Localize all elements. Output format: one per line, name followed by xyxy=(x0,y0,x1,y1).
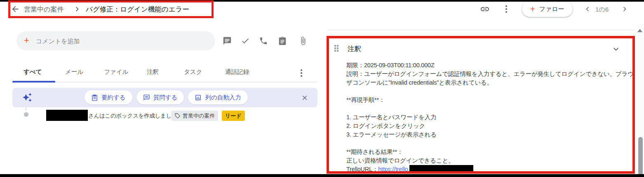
tab-calls[interactable]: 通話記録 xyxy=(225,68,249,76)
redacted-user-name xyxy=(46,110,88,121)
tabs-more-options-icon[interactable] xyxy=(301,69,302,77)
ai-assistant-bar: 要約する 質問する 列の自動入力 xyxy=(12,88,317,107)
notes-content: 期限：2025-09-03T00:11:00.000Z 説明：ユーザーがログイン… xyxy=(346,61,634,174)
scroll-up-arrow-icon[interactable] xyxy=(637,29,642,32)
summarize-label: 要約する xyxy=(101,94,126,101)
activity-text: さんはこのボックスを作成しました xyxy=(88,112,177,120)
autofill-columns-button[interactable]: 列の自動入力 xyxy=(188,90,247,104)
note-repro-heading: **再現手順**： xyxy=(346,96,634,104)
tab-files[interactable]: ファイル xyxy=(104,68,128,76)
note-step-2: 2. ログインボタンをクリック xyxy=(346,122,634,130)
active-tab-indicator xyxy=(12,81,55,83)
plus-icon: + xyxy=(24,36,29,45)
breadcrumb-chevron-icon xyxy=(73,5,82,14)
summarize-button[interactable]: 要約する xyxy=(85,90,132,104)
pager-next-icon[interactable] xyxy=(620,5,629,14)
autofill-columns-icon xyxy=(195,94,202,101)
autofill-columns-label: 列の自動入力 xyxy=(205,94,241,101)
comment-icon[interactable] xyxy=(223,36,232,45)
tab-all[interactable]: すべて xyxy=(24,68,42,76)
comment-input[interactable] xyxy=(35,37,208,45)
close-icon[interactable] xyxy=(301,94,308,101)
plus-icon: + xyxy=(530,5,535,13)
notes-panel-title: 注釈 xyxy=(348,45,361,54)
summarize-icon xyxy=(91,94,98,101)
lead-stage-chip[interactable]: リード xyxy=(222,111,245,121)
note-expected-heading: **期待される結果**： xyxy=(346,148,634,156)
pipeline-tag-chip[interactable]: 営業中の案件 xyxy=(171,111,218,121)
censor-bar-top xyxy=(0,0,644,2)
ask-question-button[interactable]: 質問する xyxy=(136,90,184,104)
ask-question-label: 質問する xyxy=(153,94,178,101)
timeline-dot xyxy=(24,112,28,117)
attachment-icon[interactable] xyxy=(298,36,308,45)
follow-button-label: ファロー xyxy=(539,5,564,13)
back-arrow-icon[interactable] xyxy=(11,5,20,14)
note-expected-body: 正しい資格情報でログインできること。 xyxy=(346,156,634,165)
censor-bar-bottom xyxy=(0,174,644,177)
tab-notes[interactable]: 注釈 xyxy=(147,68,159,76)
tabs-divider xyxy=(12,82,317,83)
clipboard-icon[interactable] xyxy=(278,36,287,45)
more-options-icon[interactable] xyxy=(505,5,507,13)
notes-panel-bottom-divider xyxy=(346,172,631,172)
phone-icon[interactable] xyxy=(259,36,268,45)
note-description: 説明：ユーザーがログインフォームで認証情報を入力すると、エラーが発生してログイン… xyxy=(346,70,634,87)
timeline-connector xyxy=(26,106,26,111)
deal-detail-page: 営業中の案件 バグ修正：ログイン機能のエラー + ファロー 1の6 + すべて … xyxy=(0,0,644,177)
pager-count: 1の6 xyxy=(595,6,609,14)
follow-button[interactable]: + ファロー xyxy=(522,1,573,17)
pager-prev-icon[interactable] xyxy=(583,5,592,14)
add-comment-field[interactable]: + xyxy=(16,31,215,50)
notes-panel-top-divider xyxy=(328,30,635,30)
note-step-3: 3. エラーメッセージが表示される xyxy=(346,130,634,139)
note-deadline: 期限：2025-09-03T00:11:00.000Z xyxy=(346,61,634,70)
link-icon[interactable] xyxy=(480,4,490,14)
drag-handle-icon[interactable] xyxy=(334,45,338,52)
breadcrumb-current-title: バグ修正：ログイン機能のエラー xyxy=(86,5,189,14)
tab-mail[interactable]: メール xyxy=(65,68,83,76)
note-step-1: 1. ユーザー名とパスワードを入力 xyxy=(346,113,634,122)
tab-tasks[interactable]: タスク xyxy=(184,68,202,76)
chevron-down-icon[interactable] xyxy=(611,44,621,54)
ask-question-icon xyxy=(143,94,150,101)
scrollbar-thumb[interactable] xyxy=(638,137,643,177)
ai-sparkle-icon xyxy=(22,92,32,102)
breadcrumb-parent[interactable]: 営業中の案件 xyxy=(24,5,63,14)
pipeline-tag-label: 営業中の案件 xyxy=(183,112,215,120)
tag-icon xyxy=(174,113,181,119)
check-icon[interactable] xyxy=(241,36,250,45)
